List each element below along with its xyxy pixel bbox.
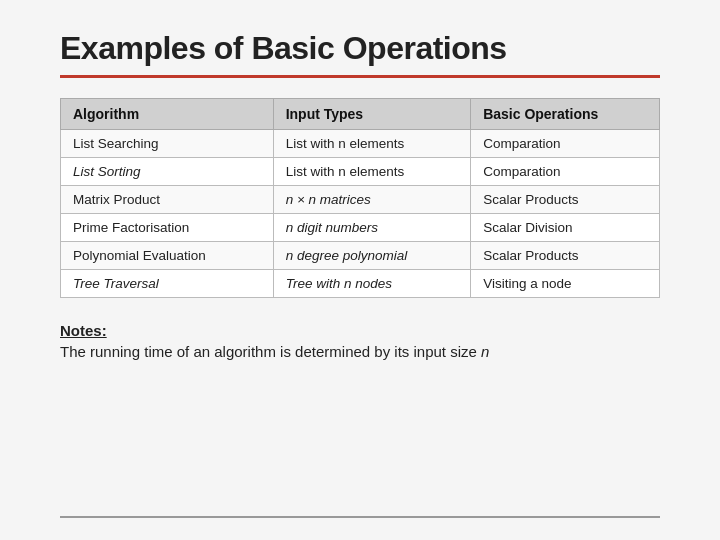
table-row: Matrix Productn × n matricesScalar Produ… bbox=[61, 186, 660, 214]
cell-input-types: n digit numbers bbox=[273, 214, 471, 242]
operations-table: Algorithm Input Types Basic Operations L… bbox=[60, 98, 660, 298]
bottom-divider bbox=[60, 516, 660, 518]
table-row: Polynomial Evaluationn degree polynomial… bbox=[61, 242, 660, 270]
table-header-row: Algorithm Input Types Basic Operations bbox=[61, 99, 660, 130]
col-header-basic-ops: Basic Operations bbox=[471, 99, 660, 130]
cell-basic-ops: Scalar Division bbox=[471, 214, 660, 242]
col-header-algorithm: Algorithm bbox=[61, 99, 274, 130]
cell-input-types: n × n matrices bbox=[273, 186, 471, 214]
title-area: Examples of Basic Operations bbox=[60, 30, 660, 78]
slide-title: Examples of Basic Operations bbox=[60, 30, 660, 67]
cell-algorithm: Prime Factorisation bbox=[61, 214, 274, 242]
notes-text: The running time of an algorithm is dete… bbox=[60, 343, 660, 360]
cell-basic-ops: Comparation bbox=[471, 158, 660, 186]
table-row: Prime Factorisationn digit numbersScalar… bbox=[61, 214, 660, 242]
cell-basic-ops: Visiting a node bbox=[471, 270, 660, 298]
table-row: Tree TraversalTree with n nodesVisiting … bbox=[61, 270, 660, 298]
cell-algorithm: Polynomial Evaluation bbox=[61, 242, 274, 270]
cell-basic-ops: Comparation bbox=[471, 130, 660, 158]
cell-algorithm: Tree Traversal bbox=[61, 270, 274, 298]
title-underline bbox=[60, 75, 660, 78]
notes-label: Notes: bbox=[60, 322, 660, 339]
cell-algorithm: Matrix Product bbox=[61, 186, 274, 214]
cell-algorithm: List Searching bbox=[61, 130, 274, 158]
cell-basic-ops: Scalar Products bbox=[471, 186, 660, 214]
table-row: List SortingList with n elementsComparat… bbox=[61, 158, 660, 186]
notes-section: Notes: The running time of an algorithm … bbox=[60, 322, 660, 360]
cell-input-types: List with n elements bbox=[273, 130, 471, 158]
cell-input-types: Tree with n nodes bbox=[273, 270, 471, 298]
slide: Examples of Basic Operations Algorithm I… bbox=[0, 0, 720, 540]
cell-input-types: n degree polynomial bbox=[273, 242, 471, 270]
cell-algorithm: List Sorting bbox=[61, 158, 274, 186]
cell-input-types: List with n elements bbox=[273, 158, 471, 186]
notes-italic-n: n bbox=[481, 343, 489, 360]
col-header-input-types: Input Types bbox=[273, 99, 471, 130]
cell-basic-ops: Scalar Products bbox=[471, 242, 660, 270]
notes-prefix: The running time of an algorithm is dete… bbox=[60, 343, 481, 360]
table-row: List SearchingList with n elementsCompar… bbox=[61, 130, 660, 158]
